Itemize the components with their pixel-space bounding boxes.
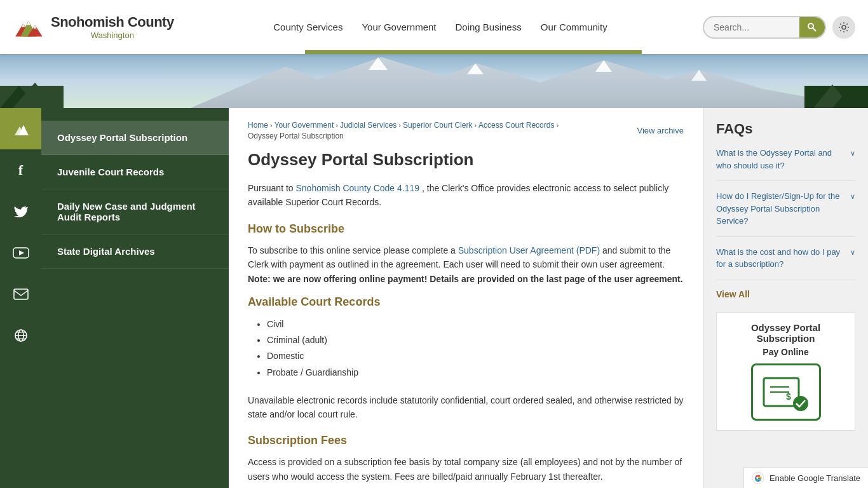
icon-sidebar: f <box>0 108 41 488</box>
svg-marker-26 <box>19 250 24 255</box>
faq-item-2: How do I Register/Sign-Up for the Odysse… <box>716 190 855 237</box>
subscription-fees-heading: Subscription Fees <box>248 434 684 447</box>
pay-online-subtitle: Pay Online <box>726 347 845 357</box>
main-layout: f <box>0 108 868 488</box>
nav-accent-bar <box>305 50 642 54</box>
record-domestic: Domestic <box>267 348 684 364</box>
google-icon <box>752 471 764 484</box>
search-area <box>703 16 855 39</box>
logo-text-area: Snohomish County Washington <box>51 14 174 40</box>
hero-mountains <box>0 54 868 108</box>
subscribe-text-1: To subscribe to this online service plea… <box>248 245 456 255</box>
fees-paragraph: Access is provided on a subscription fee… <box>248 455 684 484</box>
intro-text: Pursuant to <box>248 183 294 193</box>
subscription-pdf-link[interactable]: Subscription User Agreement (PDF) <box>458 245 600 255</box>
sidebar-item-state[interactable]: State Digital Archives <box>41 234 229 269</box>
chevron-down-icon-3: ∨ <box>850 247 855 258</box>
right-sidebar: FAQs What is the Odyssey Portal and who … <box>703 108 868 488</box>
available-records-heading: Available Court Records <box>248 295 684 309</box>
county-code-link[interactable]: Snohomish County Code 4.119 <box>296 183 420 193</box>
payment-icon: $ <box>761 373 811 411</box>
intro-paragraph: Pursuant to Snohomish County Code 4.119 … <box>248 181 684 210</box>
faq-link-3[interactable]: What is the cost and how do I pay for a … <box>716 246 855 271</box>
pay-online-box: Odyssey Portal Subscription Pay Online $ <box>716 312 855 431</box>
faq-text-2: How do I Register/Sign-Up for the Odysse… <box>716 190 847 227</box>
svg-point-8 <box>842 25 846 29</box>
sidebar-icon-globe[interactable] <box>0 315 41 356</box>
logo-icon <box>13 15 44 40</box>
sidebar-item-juvenile[interactable]: Juvenile Court Records <box>41 155 229 189</box>
bc-your-gov[interactable]: Your Government <box>275 121 334 130</box>
bc-superior[interactable]: Superior Court Clerk <box>403 121 472 130</box>
faq-item-3: What is the cost and how do I pay for a … <box>716 246 855 280</box>
svg-point-6 <box>808 24 813 29</box>
breadcrumb: Home › Your Government › Judicial Servic… <box>248 121 684 140</box>
mountains-icon <box>12 121 30 137</box>
sidebar-icon-email[interactable] <box>0 273 41 315</box>
logo-area: Snohomish County Washington <box>13 14 178 40</box>
faq-text-3: What is the cost and how do I pay for a … <box>716 246 847 271</box>
nav-doing-business[interactable]: Doing Business <box>455 22 521 32</box>
faq-link-2[interactable]: How do I Register/Sign-Up for the Odysse… <box>716 190 855 227</box>
nav-county-services[interactable]: County Services <box>273 22 342 32</box>
main-nav: County Services Your Government Doing Bu… <box>178 22 703 32</box>
email-icon <box>13 288 29 300</box>
breadcrumb-links: Home › Your Government › Judicial Servic… <box>248 121 637 140</box>
header: Snohomish County Washington County Servi… <box>0 0 868 54</box>
view-archive-link[interactable]: View archive <box>637 126 684 135</box>
gear-icon <box>838 22 850 33</box>
search-input[interactable] <box>704 17 799 37</box>
sidebar-icon-youtube[interactable] <box>0 232 41 273</box>
subscribe-note: Note: we are now offering online payment… <box>248 274 683 284</box>
faq-link-1[interactable]: What is the Odyssey Portal and who shoul… <box>716 147 855 172</box>
record-criminal: Criminal (adult) <box>267 332 684 348</box>
nav-your-government[interactable]: Your Government <box>362 22 436 32</box>
faq-item-1: What is the Odyssey Portal and who shoul… <box>716 147 855 181</box>
logo-sub: Washington <box>51 30 174 40</box>
translate-bar[interactable]: Enable Google Translate <box>743 467 868 488</box>
sidebar-item-daily[interactable]: Daily New Case and Judgment Audit Report… <box>41 189 229 234</box>
svg-line-7 <box>813 28 817 31</box>
subscribe-paragraph: To subscribe to this online service plea… <box>248 243 684 286</box>
chevron-down-icon-2: ∨ <box>850 191 855 202</box>
faq-text-1: What is the Odyssey Portal and who shoul… <box>716 147 847 172</box>
search-box <box>703 16 826 39</box>
google-logo-icon <box>752 471 764 484</box>
bc-judicial[interactable]: Judicial Services <box>340 121 397 130</box>
settings-button[interactable] <box>832 16 855 39</box>
youtube-icon <box>13 247 29 259</box>
svg-marker-4 <box>27 20 31 25</box>
sidebar-icon-twitter[interactable] <box>0 191 41 232</box>
how-to-subscribe-heading: How to Subscribe <box>248 222 684 236</box>
faqs-view-all[interactable]: View All <box>716 289 855 299</box>
sidebar-icon-people[interactable] <box>0 108 41 149</box>
chevron-down-icon-1: ∨ <box>850 148 855 159</box>
twitter-icon <box>14 206 28 217</box>
svg-point-37 <box>793 396 808 411</box>
svg-text:$: $ <box>786 391 791 402</box>
record-civil: Civil <box>267 316 684 332</box>
translate-label: Enable Google Translate <box>770 473 860 483</box>
record-probate: Probate / Guardianship <box>267 365 684 381</box>
search-button[interactable] <box>799 17 825 37</box>
unavailable-paragraph: Unavailable electronic records include s… <box>248 393 684 422</box>
bc-access[interactable]: Access Court Records <box>478 121 554 130</box>
pay-online-icon-area: $ <box>726 363 845 421</box>
hero-banner <box>0 54 868 108</box>
page-title: Odyssey Portal Subscription <box>248 150 684 170</box>
court-records-list: Civil Criminal (adult) Domestic Probate … <box>267 316 684 381</box>
main-content: Home › Your Government › Judicial Servic… <box>229 108 703 488</box>
pay-online-button[interactable]: $ <box>751 363 821 421</box>
globe-icon <box>14 329 28 342</box>
search-icon <box>807 22 817 32</box>
bc-current: Odyssey Portal Subscription <box>248 132 344 140</box>
nav-sidebar: Odyssey Portal Subscription Juvenile Cou… <box>41 108 229 488</box>
bc-home[interactable]: Home <box>248 121 268 130</box>
nav-our-community[interactable]: Our Community <box>541 22 607 32</box>
facebook-icon: f <box>18 162 23 179</box>
sidebar-item-odyssey[interactable]: Odyssey Portal Subscription <box>41 121 229 155</box>
pay-online-title: Odyssey Portal Subscription <box>726 322 845 344</box>
svg-rect-27 <box>14 289 28 299</box>
sidebar-icon-facebook[interactable]: f <box>0 149 41 191</box>
faqs-title: FAQs <box>716 121 855 137</box>
